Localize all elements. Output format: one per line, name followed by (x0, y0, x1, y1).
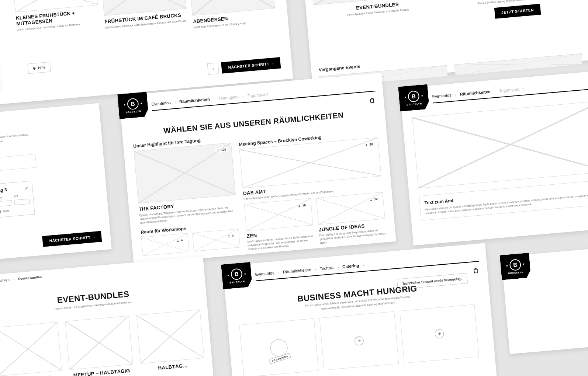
crumb-type: Tagungsart (499, 87, 520, 93)
crumb-rooms[interactable]: Räumlichkeiten (283, 267, 311, 274)
catering-day-card-add-1[interactable]: + (319, 311, 399, 370)
crumb-eventinfos[interactable]: Eventinfos (255, 271, 274, 277)
time-from-input[interactable] (0, 200, 12, 207)
room-card-factory[interactable]: 100 THE FACTORY Egal ob Workshops, Tagun… (134, 143, 238, 225)
crumb-eventinfos[interactable]: Eventinfos (151, 100, 171, 107)
crumb-rooms[interactable]: Räumlichkeiten (460, 89, 491, 96)
chevron-right-icon: › (13, 277, 14, 281)
chevron-right-icon: › (242, 94, 244, 98)
frame-catering: B BRUCKLYN Eventinfos › Räumlichkeiten ›… (223, 243, 499, 376)
cart-icon[interactable] (472, 267, 480, 274)
cart-icon[interactable] (369, 97, 376, 104)
past-events-heading: Vergangene Events (319, 64, 361, 73)
crumb-current[interactable]: Event-Bundles (18, 275, 42, 281)
capacity-badge: 4 (174, 238, 184, 243)
crumb-technik[interactable]: Technik (319, 265, 334, 271)
start-button[interactable]: JETZT STARTEN (494, 4, 541, 18)
dashboard-card-bundles[interactable]: EVENT-BUNDLES Vorkonfigurierte Event-Pak… (309, 0, 443, 34)
room-card-amt[interactable]: 20 DAS AMT Der Konferenzraum für große G… (239, 137, 383, 201)
image-placeholder: 4 (141, 233, 189, 256)
bundle-card-3[interactable]: HALBTÄG… (136, 309, 205, 372)
chevron-right-icon: › (278, 271, 279, 274)
next-step-button[interactable]: NÄCHSTER SCHRITT › (221, 57, 281, 73)
svg-point-4 (177, 240, 178, 240)
logo-icon: B (127, 98, 139, 110)
crumb-eventinfos[interactable]: Eventinfos (432, 93, 452, 99)
catering-card-dinner[interactable]: ABENDESSEN Geöffnetes Abendessen in der … (187, 0, 276, 29)
svg-point-2 (299, 205, 300, 206)
bundle-card-2[interactable]: MEETUP – HALBTÄGIG (65, 316, 134, 376)
chevron-right-icon: › (93, 235, 95, 239)
person-icon (364, 143, 368, 147)
image-placeholder: 18 (244, 198, 313, 231)
capacity-value: 20 (369, 143, 373, 146)
capacity-badge: 100 (214, 147, 228, 153)
capacity-value: 4 (232, 234, 234, 238)
chevron-right-icon: › (213, 97, 215, 101)
room-card-workshop-1[interactable]: 4 (141, 233, 189, 256)
svg-point-0 (217, 149, 218, 150)
capacity-badge: 12 (368, 196, 380, 202)
help-button[interactable]: ⊕ Hilfe (27, 62, 51, 74)
breadcrumb: …s im Brucklyn › Event-Bundles (0, 275, 42, 283)
logo-text: BRUCKLYN (508, 271, 523, 275)
fullday-checkbox[interactable] (0, 210, 1, 213)
image-placeholder (136, 309, 204, 363)
brand-logo[interactable]: B BRUCKLYN (398, 84, 429, 112)
capacity-value: 18 (302, 203, 306, 207)
image-placeholder (0, 322, 62, 376)
image-placeholder (454, 53, 583, 76)
catering-card-small-breakfast[interactable]: KLEINES FRÜHSTÜCK + MITTAGESSEN Unser Be… (12, 0, 101, 45)
chevron-right-icon: › (455, 93, 456, 96)
capacity-value: 100 (221, 148, 226, 152)
frame-event-bundles: …s im Brucklyn › Event-Bundles EVENT-BUN… (0, 256, 217, 376)
catering-day-card-add-2[interactable]: + (400, 304, 479, 363)
frame-sliver-bottom-right: B BRUCKLYN (501, 246, 588, 354)
crumb-prev[interactable]: …s im Brucklyn (0, 278, 10, 284)
chevron-right-icon: › (174, 100, 176, 104)
brand-logo[interactable]: B BRUCKLYN (221, 262, 252, 289)
back-button[interactable]: ‹ (207, 63, 219, 75)
chevron-right-icon: › (523, 87, 525, 90)
next-step-button[interactable]: NÄCHSTER SCHRITT › (42, 231, 102, 247)
edit-icon[interactable] (25, 186, 29, 190)
brand-logo[interactable]: B BRUCKLYN (117, 92, 149, 119)
bundle-card-1[interactable]: EHRTÄTIGE …NG (0, 322, 63, 376)
dashboard-card-konfigurator[interactable]: TAGUNGS-KONFIGURATOR Planen Sie Ihre Tag… (447, 0, 582, 22)
hero-image-placeholder (412, 101, 588, 188)
person-icon (369, 198, 373, 201)
crumb-catering[interactable]: Catering (342, 263, 359, 269)
next-label: NÄCHSTER SCHRITT (49, 235, 90, 243)
rooms-heading: WÄHLEN SIE AUS UNSEREN RÄUMLICHKEITEN (122, 107, 385, 139)
chevron-left-icon: ‹ (212, 67, 214, 70)
catering-card-cafe-brucks[interactable]: FRÜHSTÜCK IM CAFÉ BRUCKS Gehobeneres Frü… (100, 0, 188, 37)
frame-rooms: B BRUCKLYN Eventinfos › Räumlichkeiten ›… (119, 73, 396, 264)
day-card[interactable]: Tag 3 VON BIS Ganz (0, 181, 35, 218)
time-to-input[interactable] (14, 199, 30, 205)
logo-text: BRUCKLYN (229, 280, 245, 284)
logo-icon: B (408, 90, 420, 102)
frame-room-detail: B BRUCKLYN Eventinfos › Räumlichkeiten ›… (400, 70, 588, 246)
person-icon (227, 234, 231, 238)
day-label: Tag 3 (0, 187, 7, 193)
frame-dashboard: EVENT-BUNDLES Vorkonfigurierte Event-Pak… (301, 0, 588, 84)
room-card-jungle[interactable]: 12 JUNGLE OF IDEAS Das Highlight ist ein… (316, 192, 387, 245)
crumb-rooms[interactable]: Räumlichkeiten (179, 97, 210, 104)
catering-day-card-included[interactable]: mit inbegriffen (239, 318, 319, 376)
capacity-badge: 4 (225, 233, 235, 239)
brand-logo[interactable]: B BRUCKLYN (500, 253, 531, 280)
crumb-type1: Tagungsart (218, 94, 239, 101)
capacity-badge: 18 (296, 203, 308, 209)
room-card-zen[interactable]: 18 ZEN Großzügiger Konferenzraum für bis… (244, 198, 315, 251)
plus-icon: + (354, 336, 364, 346)
capacity-badge: 20 (363, 142, 375, 147)
logo-text: BRUCKLYN (126, 110, 141, 114)
room-card-workshop-2[interactable]: 4 (192, 229, 240, 251)
plus-icon: + (435, 329, 445, 339)
person-icon (297, 204, 301, 208)
logo-icon: B (231, 268, 243, 280)
chevron-right-icon: › (363, 263, 364, 267)
svg-point-3 (371, 199, 371, 199)
help-icon: ⊕ (32, 66, 36, 70)
capacity-value: 12 (374, 197, 378, 201)
